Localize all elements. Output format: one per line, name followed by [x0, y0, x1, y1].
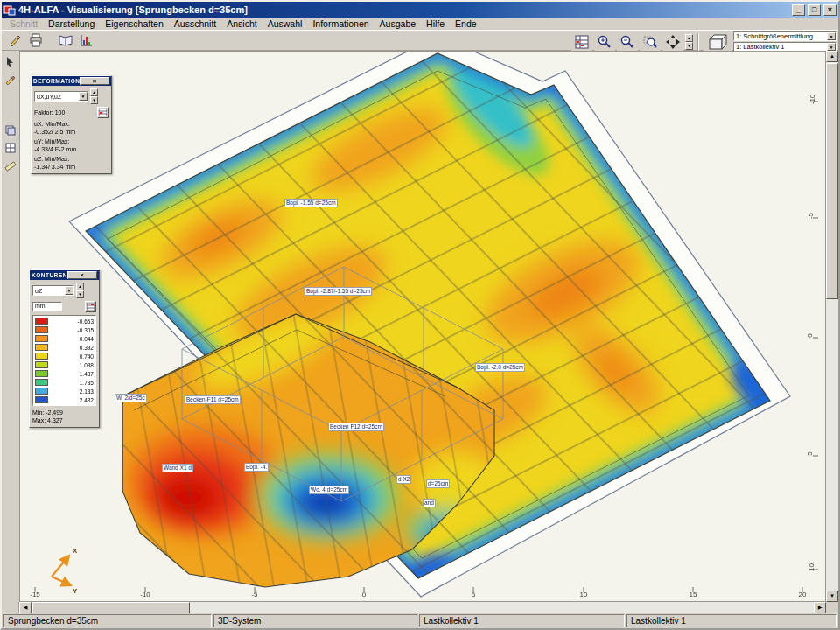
vertical-scrollbar[interactable]: ▲ ▼ [826, 51, 838, 602]
element-label: Becken-F11 d=25cm [185, 396, 241, 404]
menu-ausgabe[interactable]: Ausgabe [374, 18, 421, 29]
scale-row[interactable]: -0.305 [35, 326, 94, 334]
spin-down-icon[interactable]: ▼ [685, 42, 693, 50]
cursor-tool-icon[interactable] [3, 54, 18, 70]
select-hand-icon[interactable] [4, 31, 25, 50]
zoom-window-icon[interactable] [640, 32, 661, 52]
scene-svg[interactable] [20, 52, 826, 602]
konturen-panel-titlebar[interactable]: KONTUREN × [30, 270, 99, 280]
scroll-corner [826, 602, 838, 613]
konturen-combo[interactable]: uZ ▼ [32, 285, 74, 296]
chevron-down-icon[interactable]: ▼ [827, 32, 836, 40]
menu-darstellung[interactable]: Darstellung [43, 18, 100, 29]
konturen-spinner[interactable]: ▲ ▼ [76, 283, 84, 298]
scroll-right-icon[interactable]: ▶ [814, 602, 826, 613]
spin-up-icon[interactable]: ▲ [685, 34, 693, 42]
print-icon[interactable] [25, 31, 46, 50]
menu-ansicht[interactable]: Ansicht [221, 18, 262, 29]
horizontal-scrollbar[interactable]: ◀ ▶ [19, 602, 826, 613]
scale-row[interactable]: 2.482 [35, 396, 94, 404]
status-project: Sprungbecken d=35cm [4, 614, 212, 627]
deformation-panel: DEFORMATION × uX,uY,uZ ▼ ▲ ▼ [31, 75, 112, 174]
uz-stat-value: -1.34/ 3.34 mm [34, 163, 108, 171]
ruler-label: 10 [808, 564, 816, 571]
faktor-label: Faktor: 100. [34, 109, 66, 116]
axis-triad [52, 556, 71, 585]
pan-icon[interactable] [662, 32, 683, 52]
edit-tool-icon[interactable] [3, 72, 18, 88]
hscroll-thumb[interactable] [32, 602, 190, 613]
scale-row[interactable]: 0.044 [35, 334, 94, 343]
faktor-settings-icon[interactable] [97, 107, 108, 118]
unit-field[interactable]: mm [32, 302, 62, 312]
menu-ausschnitt[interactable]: Ausschnitt [169, 18, 221, 29]
color-swatch [35, 344, 48, 351]
ux-stat-value: -0.352/ 2.5 mm [34, 128, 108, 136]
spin-up-icon[interactable]: ▲ [90, 88, 98, 96]
close-icon[interactable]: × [67, 271, 97, 279]
close-icon[interactable]: × [80, 77, 109, 85]
scale-row[interactable]: -0.653 [35, 317, 94, 326]
title-bar[interactable]: 4H-ALFA - Visualisierung [Sprungbecken d… [2, 2, 838, 18]
contour-scale: -0.653 -0.305 0.044 0.392 0.740 1.088 1.… [32, 315, 96, 406]
menu-informationen[interactable]: Informationen [307, 18, 374, 29]
app-icon [4, 4, 16, 16]
menu-auswahl[interactable]: Auswahl [262, 18, 308, 29]
layers-tool-icon[interactable] [3, 122, 18, 138]
scale-max: Max: 4.327 [32, 416, 96, 424]
menu-eigenschaften[interactable]: Eigenschaften [100, 18, 169, 29]
zoom-in-icon[interactable] [594, 32, 615, 52]
deformation-panel-title: DEFORMATION [33, 78, 80, 84]
section-combo[interactable]: 1: Schnittgrößenermittlung ▼ [733, 32, 836, 41]
color-swatch [35, 388, 48, 395]
deformation-spinner[interactable]: ▲ ▼ [90, 88, 98, 104]
ruler-label: 20 [799, 591, 807, 598]
chevron-down-icon[interactable]: ▼ [79, 92, 88, 101]
color-swatch [35, 335, 48, 342]
spin-down-icon[interactable]: ▼ [76, 290, 84, 298]
element-label: Wd. 4 d=25cm [309, 486, 349, 494]
spin-up-icon[interactable]: ▲ [76, 283, 84, 290]
scale-min: Min: -2.499 [32, 409, 96, 416]
scale-row[interactable]: 0.392 [35, 343, 94, 352]
measure-tool-icon[interactable] [3, 158, 18, 173]
spin-down-icon[interactable]: ▼ [90, 96, 98, 104]
color-swatch [35, 318, 48, 325]
view-3d-icon[interactable] [704, 32, 732, 52]
element-label: d=25cm [426, 480, 450, 488]
scroll-up-icon[interactable]: ▲ [826, 51, 838, 62]
deformation-panel-titlebar[interactable]: DEFORMATION × [32, 76, 111, 86]
scroll-down-icon[interactable]: ▼ [826, 591, 838, 602]
vscroll-thumb[interactable] [826, 63, 838, 299]
axis-y-label: Y [73, 587, 77, 595]
maximize-button[interactable]: □ [808, 4, 821, 16]
scroll-left-icon[interactable]: ◀ [19, 602, 32, 613]
palette-settings-icon[interactable] [85, 301, 96, 312]
deformation-combo[interactable]: uX,uY,uZ ▼ [34, 91, 88, 102]
scale-row[interactable]: 0.740 [35, 352, 94, 360]
view-spinner[interactable]: ▲ ▼ [685, 34, 693, 50]
menu-schnitt[interactable]: Schnitt [4, 18, 43, 29]
zoom-out-icon[interactable] [617, 32, 638, 52]
chevron-down-icon[interactable]: ▼ [827, 43, 836, 51]
color-swatch [35, 326, 48, 333]
chart-icon[interactable] [76, 31, 97, 50]
element-label: Bopl. -2.87/-1.55 d=25cm [304, 287, 372, 296]
menu-ende[interactable]: Ende [450, 18, 482, 29]
menu-hilfe[interactable]: Hilfe [421, 18, 450, 29]
minimize-button[interactable]: _ [792, 4, 805, 16]
ruler-label: 5 [806, 452, 814, 455]
ruler-label: 5 [472, 591, 475, 598]
scale-row[interactable]: 1.088 [35, 360, 94, 369]
scale-row[interactable]: 1.437 [35, 369, 94, 378]
scale-row[interactable]: 1.785 [35, 378, 94, 387]
element-label: d X2 [396, 475, 411, 484]
ux-stat-label: uX: Min/Max: [34, 120, 108, 128]
ruler-label: -15 [30, 591, 40, 598]
grid-tool-icon[interactable] [3, 140, 18, 156]
result-table-icon[interactable] [571, 32, 592, 52]
book-icon[interactable] [55, 31, 76, 50]
chevron-down-icon[interactable]: ▼ [65, 286, 74, 295]
scale-row[interactable]: 2.133 [35, 387, 94, 396]
close-button[interactable]: × [823, 4, 836, 16]
